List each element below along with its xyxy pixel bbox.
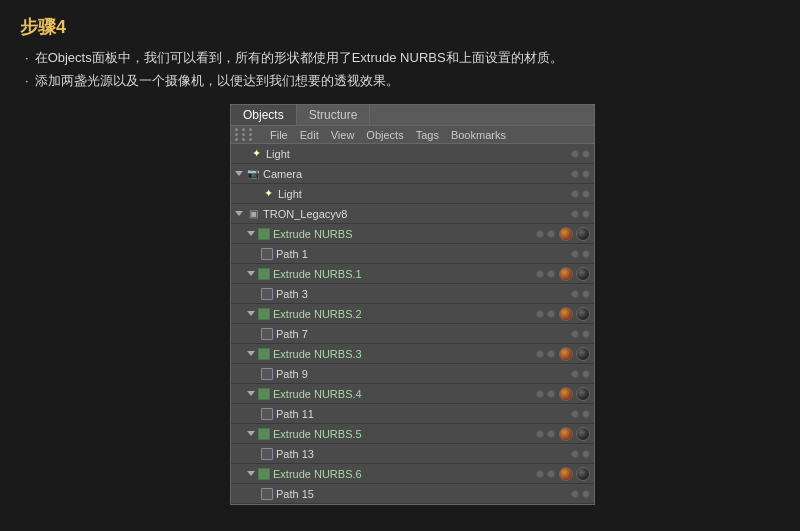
render-dot[interactable] [582, 290, 590, 298]
visibility-dot[interactable] [571, 170, 579, 178]
expand-icon[interactable] [247, 391, 255, 396]
menu-edit[interactable]: Edit [300, 129, 319, 141]
render-dot[interactable] [547, 430, 555, 438]
list-item[interactable]: Path 9 [231, 364, 594, 384]
visibility-dot[interactable] [571, 190, 579, 198]
render-dot[interactable] [582, 170, 590, 178]
menu-objects[interactable]: Objects [366, 129, 403, 141]
render-dot[interactable] [582, 150, 590, 158]
extrude-icon [258, 428, 270, 440]
list-item[interactable]: ▣ TRON_Legacyv8 [231, 204, 594, 224]
visibility-dot[interactable] [536, 350, 544, 358]
render-dot[interactable] [582, 370, 590, 378]
render-dot[interactable] [582, 330, 590, 338]
render-dot[interactable] [547, 470, 555, 478]
expand-icon[interactable] [247, 471, 255, 476]
material-sphere[interactable] [576, 387, 590, 401]
render-dot[interactable] [582, 490, 590, 498]
obj-name-extrude7: Extrude NURBS.6 [273, 468, 362, 480]
visibility-dot[interactable] [536, 470, 544, 478]
tab-objects[interactable]: Objects [231, 105, 297, 125]
render-dot[interactable] [547, 230, 555, 238]
visibility-dot[interactable] [536, 390, 544, 398]
menu-file[interactable]: File [270, 129, 288, 141]
list-item[interactable]: Extrude NURBS.5 [231, 424, 594, 444]
material-sphere[interactable] [576, 227, 590, 241]
visibility-dot[interactable] [536, 270, 544, 278]
render-dot[interactable] [547, 310, 555, 318]
render-dot[interactable] [582, 210, 590, 218]
visibility-dot[interactable] [571, 250, 579, 258]
row-controls [569, 370, 594, 378]
visibility-dot[interactable] [571, 410, 579, 418]
row-controls [569, 170, 594, 178]
path-icon [261, 408, 273, 420]
render-dot[interactable] [582, 190, 590, 198]
visibility-dot[interactable] [571, 290, 579, 298]
expand-icon[interactable] [247, 311, 255, 316]
list-item[interactable]: Extrude NURBS.6 [231, 464, 594, 484]
menu-view[interactable]: View [331, 129, 355, 141]
menu-bookmarks[interactable]: Bookmarks [451, 129, 506, 141]
row-controls [569, 150, 594, 158]
expand-icon[interactable] [235, 171, 243, 176]
extrude-icon [258, 308, 270, 320]
material-sphere[interactable] [576, 307, 590, 321]
visibility-dot[interactable] [571, 490, 579, 498]
visibility-dot[interactable] [571, 450, 579, 458]
render-dot[interactable] [582, 410, 590, 418]
list-item[interactable]: Path 1 [231, 244, 594, 264]
render-dot[interactable] [547, 270, 555, 278]
menu-tags[interactable]: Tags [416, 129, 439, 141]
light-icon: ✦ [261, 187, 275, 201]
render-dot[interactable] [547, 350, 555, 358]
material-sphere[interactable] [576, 467, 590, 481]
material-sphere[interactable] [559, 267, 573, 281]
list-item[interactable]: 📷 Camera [231, 164, 594, 184]
material-sphere[interactable] [559, 387, 573, 401]
material-sphere[interactable] [559, 227, 573, 241]
list-item[interactable]: Path 11 [231, 404, 594, 424]
material-sphere[interactable] [576, 427, 590, 441]
list-item[interactable]: Extrude NURBS.1 [231, 264, 594, 284]
visibility-dot[interactable] [536, 310, 544, 318]
list-item[interactable]: Extrude NURBS.3 [231, 344, 594, 364]
obj-name-extrude3: Extrude NURBS.2 [273, 308, 362, 320]
render-dot[interactable] [582, 450, 590, 458]
material-sphere[interactable] [559, 467, 573, 481]
list-item[interactable]: Extrude NURBS.4 [231, 384, 594, 404]
tab-structure[interactable]: Structure [297, 105, 371, 125]
list-item[interactable]: Path 13 [231, 444, 594, 464]
expand-icon[interactable] [247, 351, 255, 356]
render-dot[interactable] [547, 390, 555, 398]
render-dot[interactable] [582, 250, 590, 258]
row-controls [534, 307, 594, 321]
visibility-dot[interactable] [571, 330, 579, 338]
material-sphere[interactable] [576, 267, 590, 281]
list-item[interactable]: Extrude NURBS.2 [231, 304, 594, 324]
list-item[interactable]: Path 15 [231, 484, 594, 504]
group-icon: ▣ [246, 207, 260, 221]
material-sphere[interactable] [559, 307, 573, 321]
expand-icon[interactable] [235, 211, 243, 216]
material-sphere[interactable] [576, 347, 590, 361]
visibility-dot[interactable] [536, 230, 544, 238]
list-item[interactable]: Extrude NURBS [231, 224, 594, 244]
visibility-dot[interactable] [571, 150, 579, 158]
obj-name-tron: TRON_Legacyv8 [263, 208, 347, 220]
light-icon: ✦ [249, 147, 263, 161]
list-item[interactable]: ✦ Light [231, 184, 594, 204]
visibility-dot[interactable] [536, 430, 544, 438]
list-item[interactable]: ✦ Light [231, 144, 594, 164]
material-sphere[interactable] [559, 427, 573, 441]
material-sphere[interactable] [559, 347, 573, 361]
list-item[interactable]: Path 3 [231, 284, 594, 304]
visibility-dot[interactable] [571, 370, 579, 378]
expand-icon[interactable] [247, 231, 255, 236]
visibility-dot[interactable] [571, 210, 579, 218]
expand-icon[interactable] [247, 271, 255, 276]
expand-icon[interactable] [247, 431, 255, 436]
list-item[interactable]: Path 7 [231, 324, 594, 344]
path-icon [261, 248, 273, 260]
row-controls [569, 250, 594, 258]
